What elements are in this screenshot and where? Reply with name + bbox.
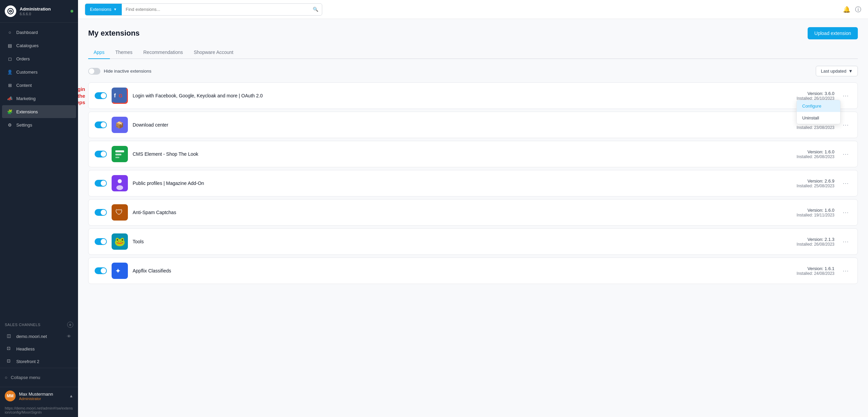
- status-url: https://demo.moori.net/admin#/sw/extensi…: [0, 405, 78, 417]
- dashboard-icon: ○: [7, 29, 13, 35]
- extension-meta-cms: Version: 1.6.0 Installed: 26/08/2023: [797, 149, 834, 159]
- content-icon: ⊞: [7, 82, 13, 88]
- sidebar-footer: ○ Collapse menu: [0, 368, 78, 387]
- extension-icon-download: 📦: [112, 117, 128, 133]
- hide-inactive-group: Hide inactive extensions: [88, 68, 151, 75]
- online-indicator: [71, 10, 73, 13]
- extension-row-download: 📦 Download center Version: 2.6.1 Install…: [88, 112, 858, 138]
- search-input[interactable]: [122, 7, 310, 12]
- svg-point-12: [116, 185, 123, 190]
- extension-row-cms: CMS Element - Shop The Look Version: 1.6…: [88, 141, 858, 167]
- user-section[interactable]: MM Max Mustermann Administrator ▲: [0, 387, 78, 405]
- sidebar-item-extensions[interactable]: 🧩 Extensions: [2, 105, 76, 118]
- search-group: Extensions ▼ 🔍: [85, 3, 322, 16]
- extension-toggle-profiles[interactable]: [95, 180, 107, 187]
- extension-version-cms: Version: 1.6.0: [797, 149, 834, 154]
- extension-installed-antispam: Installed: 19/11/2023: [797, 213, 834, 217]
- customers-icon: 👤: [7, 69, 13, 75]
- tab-apps[interactable]: Apps: [88, 46, 110, 59]
- tab-shopware-account[interactable]: Shopware Account: [188, 46, 239, 59]
- extension-installed-profiles: Installed: 25/08/2023: [797, 184, 834, 188]
- sidebar-item-content[interactable]: ⊞ Content: [2, 79, 76, 92]
- add-sales-channel-button[interactable]: +: [67, 322, 73, 328]
- extensions-list: Go to the plugin configuration to set up…: [88, 82, 858, 287]
- app-title: Administration: [20, 6, 51, 12]
- extension-more-profiles[interactable]: ⋯: [840, 178, 851, 188]
- sidebar-item-orders[interactable]: ◻ Orders: [2, 52, 76, 65]
- sidebar-item-settings[interactable]: ⚙ Settings: [2, 118, 76, 131]
- sales-channels-label: Sales Channels: [5, 323, 40, 327]
- extension-name-oauth: Login with Facebook, Google, Keycloak an…: [133, 93, 797, 98]
- main-area: Extensions ▼ 🔍 🔔 ⓘ My extensions Upload …: [78, 0, 868, 417]
- extension-installed-appflix: Installed: 24/08/2023: [797, 271, 834, 276]
- sidebar-nav: ○ Dashboard ▤ Catalogues ◻ Orders 👤 Cust…: [0, 23, 78, 318]
- channel-item-demo[interactable]: ◫ demo.moori.net 👁: [2, 330, 76, 342]
- extension-icon-profiles: [112, 175, 128, 191]
- uninstall-button[interactable]: Uninstall: [797, 112, 840, 124]
- channel-item-headless[interactable]: ⊡ Headless: [2, 343, 76, 355]
- hide-inactive-toggle[interactable]: [88, 68, 100, 75]
- configure-button[interactable]: Configure: [797, 100, 840, 112]
- notifications-icon[interactable]: 🔔: [843, 6, 850, 13]
- extension-name-cms: CMS Element - Shop The Look: [133, 151, 797, 157]
- extension-toggle-tools[interactable]: [95, 238, 107, 245]
- extension-more-oauth[interactable]: ⋯: [840, 91, 851, 101]
- svg-rect-9: [115, 157, 119, 158]
- extension-icon-tools: 🐸: [112, 233, 128, 250]
- tab-recommendations[interactable]: Recommendations: [138, 46, 189, 59]
- extension-more-tools[interactable]: ⋯: [840, 236, 851, 247]
- sidebar-header: Administration 6.6.6.0: [0, 0, 78, 23]
- tab-themes[interactable]: Themes: [110, 46, 138, 59]
- channel-label-demo: demo.moori.net: [16, 334, 47, 339]
- extension-toggle-appflix[interactable]: [95, 267, 107, 274]
- extension-toggle-cms[interactable]: [95, 151, 107, 157]
- plugin-config-annotation: Go to the plugin configuration to set up…: [78, 86, 85, 106]
- sidebar: Administration 6.6.6.0 ○ Dashboard ▤ Cat…: [0, 0, 78, 417]
- extension-installed-tools: Installed: 26/08/2023: [797, 242, 834, 247]
- extension-more-antispam[interactable]: ⋯: [840, 207, 851, 217]
- extension-more-cms[interactable]: ⋯: [840, 149, 851, 159]
- help-icon[interactable]: ⓘ: [855, 5, 861, 14]
- extension-row-antispam: 🛡 Anti-Spam Captchas Version: 1.6.0 Inst…: [88, 199, 858, 226]
- app-version: 6.6.6.0: [20, 12, 51, 16]
- filter-row: Hide inactive extensions Last updated ▼: [88, 66, 858, 76]
- extension-more-appflix[interactable]: ⋯: [840, 266, 851, 276]
- channel-item-storefront2[interactable]: ⊡ Storefront 2: [2, 355, 76, 367]
- settings-icon: ⚙: [7, 122, 13, 128]
- extensions-dropdown-button[interactable]: Extensions ▼: [85, 4, 122, 15]
- sidebar-item-dashboard[interactable]: ○ Dashboard: [2, 26, 76, 39]
- svg-text:G: G: [119, 93, 122, 98]
- extension-installed-download: Installed: 23/08/2023: [797, 125, 834, 130]
- sidebar-item-customers[interactable]: 👤 Customers: [2, 65, 76, 78]
- sidebar-item-catalogues[interactable]: ▤ Catalogues: [2, 39, 76, 52]
- search-button[interactable]: 🔍: [309, 7, 322, 12]
- extension-installed-cms: Installed: 26/08/2023: [797, 154, 834, 159]
- sales-channels-section: Sales Channels + ◫ demo.moori.net 👁 ⊡ He…: [0, 318, 78, 368]
- upload-extension-button[interactable]: Upload extension: [808, 27, 858, 39]
- collapse-menu-button[interactable]: ○ Collapse menu: [0, 372, 78, 383]
- marketing-icon: 📣: [7, 95, 13, 101]
- extension-name-download: Download center: [133, 122, 797, 128]
- visibility-icon-demo[interactable]: 👁: [67, 334, 71, 339]
- orders-icon: ◻: [7, 56, 13, 62]
- channel-icon-demo: ◫: [7, 333, 13, 339]
- extension-version-antispam: Version: 1.6.0: [797, 208, 834, 213]
- sort-button[interactable]: Last updated ▼: [816, 66, 858, 76]
- extension-toggle-antispam[interactable]: [95, 209, 107, 216]
- extension-more-download[interactable]: ⋯: [840, 120, 851, 130]
- channel-label-headless: Headless: [16, 346, 35, 352]
- extension-meta-appflix: Version: 1.6.1 Installed: 24/08/2023: [797, 266, 834, 276]
- extension-toggle-oauth[interactable]: [95, 92, 107, 99]
- extensions-dropdown-chevron-icon: ▼: [114, 7, 117, 11]
- page-title: My extensions: [88, 29, 140, 38]
- extension-name-antispam: Anti-Spam Captchas: [133, 210, 797, 215]
- extension-row-oauth: Go to the plugin configuration to set up…: [88, 82, 858, 109]
- page-content: My extensions Upload extension Apps Them…: [78, 19, 868, 417]
- extension-name-appflix: Appflix Classifieds: [133, 268, 797, 273]
- extension-version-oauth: Version: 3.6.0: [797, 91, 834, 96]
- extension-icon-oauth: f G: [112, 88, 128, 104]
- hide-inactive-label: Hide inactive extensions: [104, 69, 151, 74]
- extension-version-tools: Version: 2.1.3: [797, 237, 834, 242]
- extension-toggle-download[interactable]: [95, 121, 107, 128]
- sidebar-item-marketing[interactable]: 📣 Marketing: [2, 92, 76, 105]
